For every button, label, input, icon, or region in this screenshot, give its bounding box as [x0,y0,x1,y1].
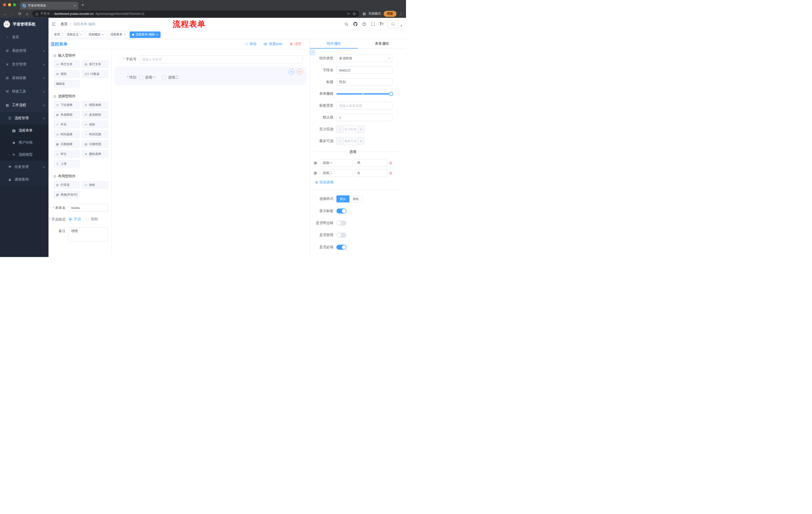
sidebar-item-devtools[interactable]: ⚒ 研发工具 ∨ [0,85,49,98]
palette-item-color-picker[interactable]: ⊛颜色选择 [82,150,108,158]
palette-item-upload[interactable]: ↥上传 [54,160,80,167]
max-select-input[interactable] [344,138,357,144]
label-width-input[interactable] [337,102,393,109]
gender-option-2[interactable]: 选项二 [163,75,179,80]
canvas-field-gender-selected[interactable]: 性别 选项一 选项二 [114,66,307,85]
minimize-window-button[interactable] [8,3,11,6]
hamburger-icon[interactable] [51,21,57,27]
sidebar-item-home[interactable]: ◔ 首页 [0,30,49,44]
option-label-input[interactable] [320,159,352,167]
sidebar-item-workflow[interactable]: ▦ 工作流程 ∧ [0,98,49,112]
palette-item-checkbox-group[interactable]: ☑多选框组 [82,111,108,118]
link-chip[interactable] [310,50,315,55]
palette-item-select[interactable]: ⊙下拉选择 [54,101,80,109]
default-value-input[interactable] [337,114,393,121]
github-icon[interactable] [353,22,358,26]
password-key-icon[interactable] [347,12,350,16]
tab-close-icon[interactable]: × [74,4,76,7]
canvas-field-phone[interactable]: 手机号 [114,55,303,63]
decrement-button[interactable]: − [337,126,344,133]
palette-item-date-picker[interactable]: ▦日期选择 [54,140,80,148]
close-window-button[interactable] [3,3,6,6]
clear-button[interactable]: 清空 [289,42,301,46]
radio-off[interactable] [85,218,89,221]
palette-item-row-container[interactable]: ▥行容器 [54,181,80,189]
palette-item-counter[interactable]: 123计数器 [82,70,108,78]
browser-update-button[interactable]: 更新 [384,11,397,17]
search-icon[interactable] [344,22,349,26]
title-input[interactable] [337,78,393,86]
disabled-toggle[interactable] [337,233,346,238]
sidebar-item-task-management[interactable]: ⚑ 任务管理 ∨ [0,161,49,173]
required-toggle[interactable] [337,245,346,250]
add-option-button[interactable]: ⊕ 添加选项 [315,180,393,185]
form-grid-slider[interactable] [337,90,393,98]
option-value-input[interactable] [354,159,387,167]
decrement-button[interactable]: − [337,138,344,144]
forward-button[interactable]: → [10,12,15,16]
sidebar-item-process-model[interactable]: ✈ 流程模型 [0,148,49,161]
increment-button[interactable]: + [357,138,364,144]
gender-option-1[interactable]: 选项一 [140,75,155,80]
palette-item-radio-group[interactable]: ◉单选框组 [54,111,80,118]
palette-item-time-range[interactable]: ◔时间范围 [82,131,108,138]
close-icon[interactable]: × [124,33,126,36]
bookmark-star-icon[interactable] [352,12,356,16]
tag-process-form[interactable]: 流程表单 × [108,31,128,38]
form-name-input[interactable] [68,204,108,212]
palette-item-slider[interactable]: ⊷滑块 [82,121,108,128]
radio-on[interactable] [68,218,72,221]
palette-item-single-text[interactable]: ▭单行文本 [54,60,80,68]
close-icon[interactable]: × [156,33,158,36]
phone-input[interactable] [140,55,303,63]
palette-item-password[interactable]: ⊠密码 [54,70,80,78]
tag-home[interactable]: 首页 [52,31,63,38]
sidebar-item-user-group[interactable]: ☻ 用户分组 [0,137,49,148]
home-button[interactable]: ⌂ [25,12,29,16]
sidebar-item-process-management[interactable]: ☰ 流程管理 ∧ [0,112,49,125]
sidebar-item-payment[interactable]: ¥ 支付管理 ∨ [0,58,49,71]
form-remark-input[interactable]: 嘿嘿 [68,227,108,242]
palette-item-cascader[interactable]: ⋔级联选择 [82,101,108,109]
increment-button[interactable]: + [357,126,364,133]
component-type-select[interactable] [337,55,393,62]
slider-handle[interactable] [389,92,393,96]
breadcrumb-home[interactable]: 首页 [61,22,67,26]
help-icon[interactable] [362,22,367,26]
option-label-input[interactable] [320,169,352,177]
palette-item-rate[interactable]: ☆评分 [54,150,80,158]
form-canvas[interactable]: 手机号 [112,49,310,257]
new-tab-button[interactable]: + [81,2,84,7]
palette-item-button[interactable]: ▭按钮 [82,181,108,189]
tag-process-model[interactable]: 流程模型 × [86,31,106,38]
palette-item-editor[interactable]: 编辑器 [54,80,80,87]
min-select-input[interactable] [344,126,357,133]
font-size-icon[interactable]: TT [379,22,384,26]
drag-handle-icon[interactable] [313,161,318,165]
style-button-button[interactable]: 按钮 [349,195,362,202]
border-toggle[interactable] [337,220,346,225]
back-button[interactable]: ← [3,12,7,16]
style-default-button[interactable]: 默认 [337,195,349,202]
browser-tab[interactable]: 芋道管理系统 × [20,2,78,9]
show-label-toggle[interactable] [337,209,346,214]
avatar-caret-icon[interactable]: ▾ [401,24,402,27]
sidebar-item-leave-query[interactable]: ♟ 请假查询 [0,173,49,186]
copy-widget-button[interactable] [289,69,294,75]
remove-option-button[interactable]: ⊖ [389,171,393,175]
delete-widget-button[interactable] [297,69,302,75]
avatar[interactable] [388,20,399,28]
tag-process-form-edit[interactable]: 流程表单-编辑 × [129,31,161,38]
address-bar[interactable]: 不安全 | dashboard.yudao.iocoder.cn /bpm/ma… [32,10,359,17]
save-button[interactable]: ✓ 保存 [245,42,257,46]
maximize-window-button[interactable] [13,3,16,6]
close-icon[interactable]: × [80,33,82,36]
checkbox-icon[interactable] [140,76,143,79]
tag-process-definition[interactable]: 流程定义 × [64,31,84,38]
palette-item-switch[interactable]: ◐开关 [54,121,80,128]
palette-item-date-range[interactable]: ▧日期范围 [82,140,108,148]
palette-item-table[interactable]: ▦表格[开发中] [54,191,80,198]
view-json-button[interactable]: 查看json [263,42,282,46]
palette-item-time-picker[interactable]: ◷时间选择 [54,131,80,138]
tab-form-props[interactable]: 表单属性 [358,39,406,49]
